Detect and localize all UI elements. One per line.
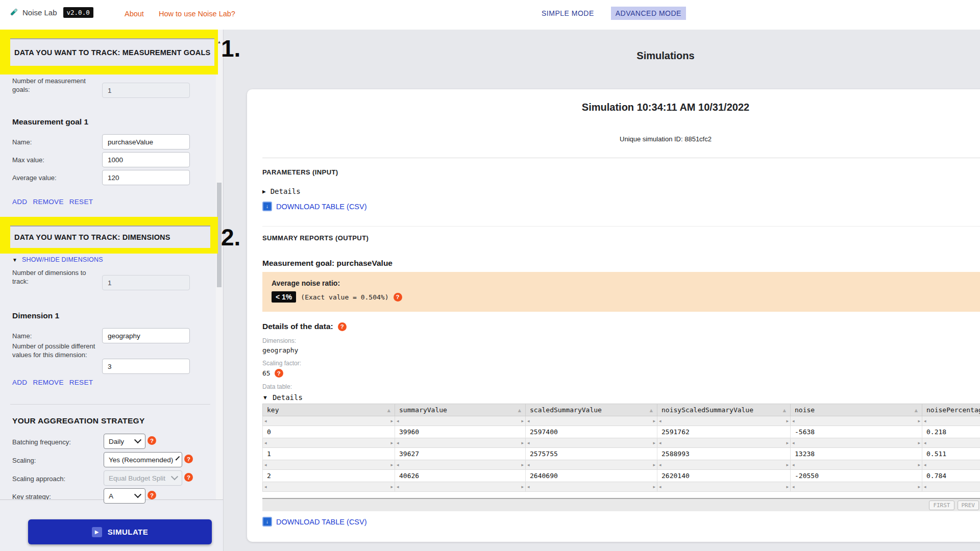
simulation-heading: Simulation 10:34:11 AM 10/31/2022 (247, 102, 980, 113)
cell-scrollbar[interactable] (263, 416, 395, 426)
reset-goals-button[interactable]: RESET (69, 198, 93, 206)
nav-about[interactable]: About (125, 10, 144, 18)
table-pagination-bar: FIRST PREV (262, 498, 980, 511)
cell-scrollbar[interactable] (922, 416, 980, 426)
batching-frequency-select[interactable]: Daily (104, 434, 145, 449)
cell-scrollbar[interactable] (791, 482, 922, 492)
cell-scrollbar[interactable] (395, 460, 526, 470)
dimension-values-input[interactable] (102, 359, 190, 374)
scaling-factor-value: 65 ? (262, 369, 283, 378)
cell-scrollbar[interactable] (922, 460, 980, 470)
column-header-noisyScaledSummaryValue[interactable]: noisyScaledSummaryValue▲ (657, 404, 791, 416)
batching-help-icon[interactable]: ? (148, 436, 156, 445)
cell-scrollbar[interactable] (657, 460, 791, 470)
sidebar-scrollbar[interactable]: ▲ (216, 30, 223, 499)
triangle-down-icon: ▼ (262, 394, 268, 400)
key-strategy-help-icon[interactable]: ? (148, 491, 156, 499)
cell-scrollbar[interactable] (526, 438, 657, 448)
download-parameters-csv-link[interactable]: ↓ DOWNLOAD TABLE (CSV) (262, 202, 367, 211)
cell-scrollbar-row (263, 482, 980, 492)
goal-avg-label: Average value: (12, 173, 98, 182)
download-results-csv-link[interactable]: ↓ DOWNLOAD TABLE (CSV) (262, 517, 367, 527)
advanced-mode-button[interactable]: ADVANCED MODE (611, 7, 686, 20)
scaling-approach-select[interactable]: Equal Budget Split (104, 470, 182, 486)
column-header-key[interactable]: key▲ (263, 404, 395, 416)
noise-exact-value: (Exact value = 0.504%) (301, 293, 388, 301)
cell-scrollbar[interactable] (922, 438, 980, 448)
dimension-name-input[interactable] (102, 328, 190, 343)
cell-scrollbar[interactable] (657, 482, 791, 492)
sort-icon: ▲ (518, 406, 521, 413)
main-area: Simulations Simulation 10:34:11 AM 10/31… (224, 30, 980, 551)
section-header-measurement-goals: DATA YOU WANT TO TRACK: MEASUREMENT GOAL… (10, 38, 214, 66)
results-table: key▲ summaryValue▲ scaledSummaryValue▲ n… (262, 404, 980, 492)
app-logo: Noise Lab v2.0.0 (8, 7, 93, 18)
goal-name-input[interactable] (102, 134, 190, 149)
pager-prev-button[interactable]: PREV (958, 500, 979, 510)
cell-scrollbar[interactable] (263, 438, 395, 448)
cell-scrollbar[interactable] (791, 438, 922, 448)
top-bar: Noise Lab v2.0.0 About How to use Noise … (0, 0, 980, 30)
scaling-help-icon[interactable]: ? (184, 455, 193, 463)
key-strategy-select[interactable]: A (104, 488, 145, 504)
dimension-count-input[interactable] (102, 275, 190, 290)
cell-scrollbar[interactable] (922, 482, 980, 492)
add-goal-button[interactable]: ADD (12, 198, 27, 206)
data-table-details-toggle[interactable]: ▼ Details (262, 393, 303, 402)
parameters-details-toggle[interactable]: ▶ Details (262, 187, 301, 195)
divider (10, 404, 210, 405)
pager-first-button[interactable]: FIRST (929, 500, 954, 510)
triangle-right-icon: ▶ (262, 188, 266, 195)
sort-icon: ▲ (915, 406, 918, 413)
cell-scrollbar[interactable] (395, 438, 526, 448)
cell-scrollbar[interactable] (395, 482, 526, 492)
cell-scrollbar-row (263, 438, 980, 448)
simulate-button[interactable]: ▶ SIMULATE (28, 519, 212, 544)
column-header-summaryValue[interactable]: summaryValue▲ (395, 404, 526, 416)
summary-reports-heading: SUMMARY REPORTS (OUTPUT) (262, 234, 369, 242)
cell-scrollbar[interactable] (526, 482, 657, 492)
nav-how-to-use[interactable]: How to use Noise Lab? (159, 10, 235, 18)
cell-scrollbar-row (263, 416, 980, 426)
column-header-scaledSummaryValue[interactable]: scaledSummaryValue▲ (526, 404, 657, 416)
cell-scrollbar[interactable] (263, 460, 395, 470)
toggle-dimensions[interactable]: ▼ SHOW/HIDE DIMENSIONS (12, 256, 103, 263)
sort-icon: ▲ (387, 406, 390, 413)
goal-1-heading: Measurement goal 1 (12, 117, 88, 127)
cell-scrollbar[interactable] (657, 438, 791, 448)
cell-scrollbar[interactable] (657, 416, 791, 426)
remove-goal-button[interactable]: REMOVE (33, 198, 63, 206)
parameters-heading: PARAMETERS (INPUT) (262, 168, 338, 176)
add-dimension-button[interactable]: ADD (12, 379, 27, 386)
cell-scrollbar[interactable] (263, 482, 395, 492)
cell-scrollbar[interactable] (395, 416, 526, 426)
reset-dimensions-button[interactable]: RESET (69, 379, 93, 386)
table-header-row: key▲ summaryValue▲ scaledSummaryValue▲ n… (263, 404, 980, 416)
goal-actions: ADD REMOVE RESET (12, 198, 93, 206)
cell-scrollbar[interactable] (526, 460, 657, 470)
scaling-select[interactable]: Yes (Recommended) (104, 452, 182, 467)
scaling-factor-label: Scaling factor: (262, 360, 301, 367)
app-name: Noise Lab (22, 8, 57, 17)
scaling-approach-help-icon[interactable]: ? (184, 473, 193, 482)
remove-dimension-button[interactable]: REMOVE (33, 379, 63, 386)
goal-count-input[interactable] (102, 83, 190, 98)
noise-ratio-label: Average noise ratio: (272, 279, 980, 287)
scaling-approach-label: Scaling approach: (12, 474, 98, 483)
noise-help-icon[interactable]: ? (394, 293, 402, 302)
column-header-noise[interactable]: noise▲ (791, 404, 922, 416)
goal-avg-input[interactable] (102, 170, 190, 185)
cell-scrollbar[interactable] (526, 416, 657, 426)
goal-max-input[interactable] (102, 152, 190, 167)
details-help-icon[interactable]: ? (338, 322, 347, 331)
mode-toggle: SIMPLE MODE ADVANCED MODE (537, 7, 686, 20)
cell-scrollbar[interactable] (791, 416, 922, 426)
column-header-noisePercentage[interactable]: noisePercentage▲ (922, 404, 980, 416)
cell-scrollbar[interactable] (791, 460, 922, 470)
simple-mode-button[interactable]: SIMPLE MODE (537, 7, 599, 20)
scaling-factor-help-icon[interactable]: ? (275, 369, 283, 378)
chevron-down-icon (176, 456, 180, 460)
section-header-dimensions: DATA YOU WANT TO TRACK: DIMENSIONS (10, 226, 210, 248)
annotation-step-1: 1. (221, 37, 240, 60)
chevron-down-icon (134, 491, 141, 498)
